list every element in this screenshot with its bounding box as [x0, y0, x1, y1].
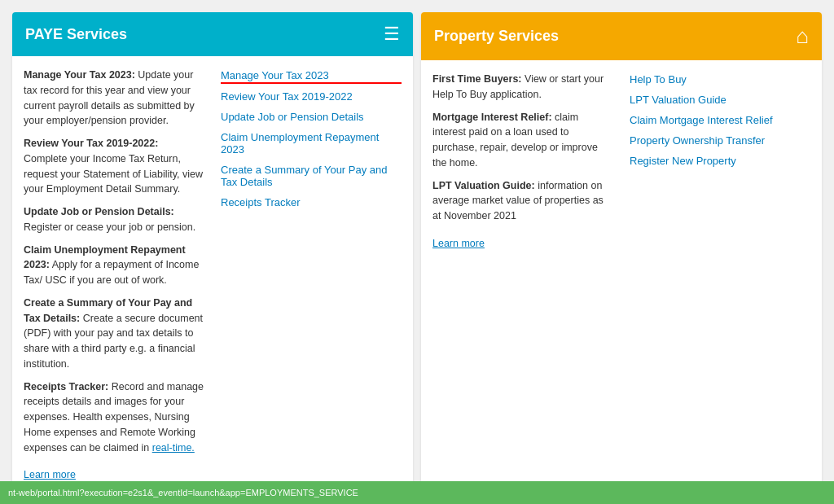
paye-card-header: PAYE Services ☰: [12, 12, 413, 56]
paye-desc-text-3: Apply for a repayment of Income Tax/ USC…: [24, 259, 199, 286]
property-card-body: First Time Buyers: View or start your He…: [421, 60, 822, 263]
status-bar: nt-web/portal.html?execution=e2s1&_event…: [0, 481, 834, 504]
real-time-link[interactable]: real-time.: [152, 442, 195, 454]
paye-desc-2: Update Job or Pension Details: Register …: [24, 204, 204, 235]
property-link-1[interactable]: LPT Valuation Guide: [630, 92, 810, 107]
property-card-header: Property Services ⌂: [421, 12, 822, 60]
property-desc-1: Mortgage Interest Relief: claim interest…: [432, 110, 613, 171]
paye-link-5[interactable]: Receipts Tracker: [221, 195, 402, 210]
paye-desc-label-2: Update Job or Pension Details:: [24, 206, 174, 217]
paye-link-1[interactable]: Review Your Tax 2019-2022: [221, 89, 402, 104]
paye-header-icon: ☰: [384, 24, 400, 45]
paye-link-2[interactable]: Update Job or Pension Details: [221, 109, 402, 125]
paye-link-3[interactable]: Claim Unemployment Repayment 2023: [221, 129, 402, 157]
paye-desc-1: Review Your Tax 2019-2022: Complete your…: [24, 136, 204, 197]
top-row: PAYE Services ☰ Manage Your Tax 2023: Up…: [0, 0, 834, 498]
paye-desc-0: Manage Your Tax 2023: Update your tax re…: [24, 68, 204, 129]
page-wrapper: PAYE Services ☰ Manage Your Tax 2023: Up…: [0, 0, 834, 504]
paye-desc-text-1: Complete your Income Tax Return, request…: [24, 153, 203, 195]
property-link-3[interactable]: Property Ownership Transfer: [630, 133, 810, 148]
property-desc-label-0: First Time Buyers:: [432, 73, 522, 85]
paye-descriptions: Manage Your Tax 2023: Update your tax re…: [24, 68, 204, 483]
paye-card: PAYE Services ☰ Manage Your Tax 2023: Up…: [12, 12, 413, 494]
paye-desc-text-2: Register or cease your job or pension.: [24, 221, 195, 233]
paye-card-body: Manage Your Tax 2023: Update your tax re…: [12, 56, 413, 494]
paye-link-4[interactable]: Create a Summary of Your Pay and Tax Det…: [221, 162, 402, 190]
paye-desc-4: Create a Summary of Your Pay and Tax Det…: [24, 296, 204, 372]
property-desc-label-2: LPT Valuation Guide:: [432, 180, 535, 191]
property-title: Property Services: [434, 28, 559, 45]
property-card: Property Services ⌂ First Time Buyers: V…: [421, 12, 822, 494]
property-desc-2: LPT Valuation Guide: information on aver…: [432, 178, 613, 224]
paye-title: PAYE Services: [25, 26, 127, 43]
property-desc-label-1: Mortgage Interest Relief:: [432, 112, 552, 123]
property-link-2[interactable]: Claim Mortgage Interest Relief: [630, 112, 810, 128]
paye-desc-5: Receipts Tracker: Record and manage rece…: [24, 379, 204, 456]
paye-desc-label-5: Receipts Tracker:: [24, 381, 108, 392]
paye-link-0[interactable]: Manage Your Tax 2023: [221, 68, 402, 84]
paye-desc-label-0: Manage Your Tax 2023:: [24, 69, 135, 81]
status-bar-url: nt-web/portal.html?execution=e2s1&_event…: [8, 488, 358, 497]
property-learn-more-link[interactable]: Learn more: [432, 236, 485, 252]
property-links: Help To Buy LPT Valuation Guide Claim Mo…: [621, 72, 810, 252]
paye-desc-3: Claim Unemployment Repayment 2023: Apply…: [24, 243, 204, 288]
property-link-0[interactable]: Help To Buy: [630, 72, 810, 87]
paye-links: Manage Your Tax 2023 Review Your Tax 201…: [213, 68, 402, 483]
property-link-4[interactable]: Register New Property: [630, 153, 810, 169]
paye-desc-label-1: Review Your Tax 2019-2022:: [24, 138, 158, 149]
property-header-icon: ⌂: [796, 24, 809, 49]
property-desc-0: First Time Buyers: View or start your He…: [432, 72, 613, 103]
property-descriptions: First Time Buyers: View or start your He…: [432, 72, 613, 252]
